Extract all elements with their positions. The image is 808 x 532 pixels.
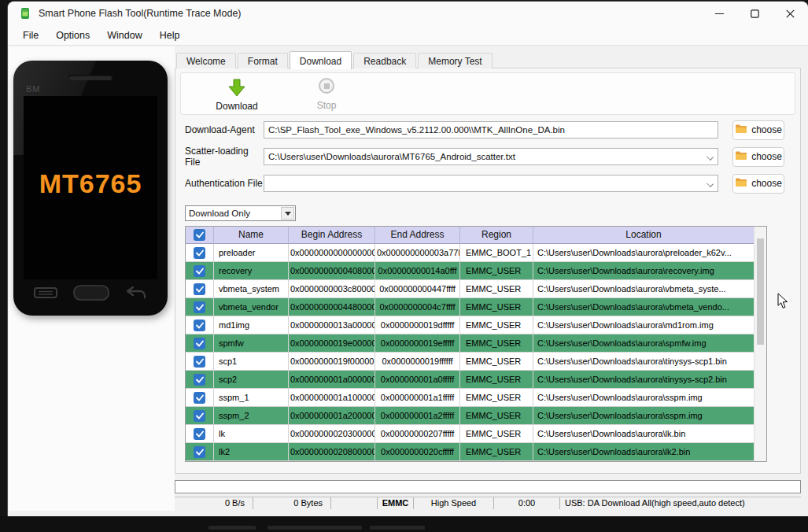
tab-memory-test[interactable]: Memory Test bbox=[418, 53, 492, 68]
row-checkbox[interactable] bbox=[194, 392, 205, 404]
auth-file-choose-button[interactable]: choose bbox=[732, 174, 784, 194]
region-cell: EMMC_USER bbox=[460, 353, 533, 371]
row-checkbox-cell[interactable] bbox=[186, 334, 214, 353]
row-checkbox[interactable] bbox=[194, 338, 205, 349]
end-address-cell: 0x0000000019efffff bbox=[375, 334, 460, 353]
chevron-down-icon[interactable] bbox=[707, 154, 714, 161]
column-header-region[interactable]: Region bbox=[460, 227, 533, 244]
row-checkbox-cell[interactable] bbox=[186, 371, 214, 389]
select-all-checkbox[interactable] bbox=[194, 229, 205, 241]
tab-download[interactable]: Download bbox=[290, 51, 352, 69]
region-cell: EMMC_USER bbox=[460, 425, 533, 443]
table-row[interactable]: vbmeta_vendor 0x0000000004480000 0x00000… bbox=[186, 298, 754, 316]
row-checkbox-cell[interactable] bbox=[186, 298, 214, 316]
location-cell: C:\Users\user\Downloads\aurora\lk2.bin bbox=[533, 443, 754, 461]
download-arrow-icon bbox=[227, 78, 246, 101]
phone-nav-buttons bbox=[13, 284, 168, 305]
row-checkbox[interactable] bbox=[194, 374, 205, 386]
partition-name-cell: lk bbox=[214, 425, 289, 443]
menu-item-file[interactable]: File bbox=[14, 27, 47, 44]
row-checkbox[interactable] bbox=[194, 356, 205, 368]
row-checkbox[interactable] bbox=[194, 247, 205, 259]
table-row[interactable]: sspm_2 0x000000001a200000 0x000000001a2f… bbox=[186, 407, 754, 425]
download-agent-input[interactable]: C:\SP_Flash_Tool_exe_Windows_v5.2112.00.… bbox=[264, 121, 718, 139]
scatter-file-row: Scatter-loading File C:\Users\user\Downl… bbox=[185, 147, 784, 166]
choose-button-label: choose bbox=[751, 151, 782, 162]
table-row[interactable]: spmfw 0x0000000019e00000 0x0000000019eff… bbox=[186, 334, 754, 353]
scatter-file-choose-button[interactable]: choose bbox=[732, 147, 784, 167]
row-checkbox-cell[interactable] bbox=[186, 407, 214, 425]
table-row[interactable]: preloader 0x0000000000000000 0x000000000… bbox=[186, 244, 754, 262]
row-checkbox-cell[interactable] bbox=[186, 425, 214, 443]
mouse-cursor bbox=[777, 293, 788, 312]
row-checkbox-cell[interactable] bbox=[186, 443, 214, 461]
app-window: Smart Phone Flash Tool(Runtime Trace Mod… bbox=[8, 2, 808, 516]
menu-item-help[interactable]: Help bbox=[151, 27, 189, 44]
download-mode-select[interactable]: Download Only bbox=[185, 205, 296, 221]
table-scrollbar[interactable] bbox=[754, 227, 766, 461]
close-button[interactable] bbox=[773, 2, 808, 25]
menu-item-window[interactable]: Window bbox=[98, 27, 150, 44]
column-header-begin[interactable]: Begin Address bbox=[289, 227, 375, 244]
tab-welcome[interactable]: Welcome bbox=[176, 53, 236, 68]
begin-address-cell: 0x0000000004480000 bbox=[289, 298, 375, 316]
row-checkbox-cell[interactable] bbox=[186, 389, 214, 407]
table-row[interactable]: scp1 0x0000000019f00000 0x0000000019ffff… bbox=[186, 353, 754, 371]
begin-address-cell: 0x0000000013a00000 bbox=[289, 316, 375, 334]
auth-file-combobox[interactable] bbox=[264, 175, 718, 192]
menu-item-options[interactable]: Options bbox=[47, 27, 98, 44]
scrollbar-thumb[interactable] bbox=[757, 238, 764, 345]
table-row[interactable]: lk 0x0000000020300000 0x00000000207fffff… bbox=[186, 425, 754, 443]
dropdown-arrow-icon[interactable] bbox=[281, 207, 294, 220]
select-all-checkbox-cell[interactable] bbox=[186, 227, 214, 244]
table-row[interactable]: md1img 0x0000000013a00000 0x0000000019df… bbox=[186, 316, 754, 334]
column-header-end[interactable]: End Address bbox=[375, 227, 460, 244]
column-header-location[interactable]: Location bbox=[533, 227, 754, 244]
row-checkbox-cell[interactable] bbox=[186, 244, 214, 262]
title-bar: Smart Phone Flash Tool(Runtime Trace Mod… bbox=[8, 2, 808, 25]
column-header-name[interactable]: Name bbox=[214, 227, 289, 244]
region-cell: EMMC_USER bbox=[460, 371, 533, 389]
download-button[interactable]: Download bbox=[203, 78, 271, 111]
row-checkbox[interactable] bbox=[194, 410, 205, 422]
location-cell: C:\Users\user\Downloads\aurora\tinysys-s… bbox=[533, 353, 754, 371]
chevron-down-icon[interactable] bbox=[707, 181, 714, 187]
region-cell: EMMC_USER bbox=[460, 316, 533, 334]
row-checkbox-cell[interactable] bbox=[186, 316, 214, 334]
row-checkbox-cell[interactable] bbox=[186, 353, 214, 371]
download-agent-choose-button[interactable]: choose bbox=[732, 120, 784, 140]
phone-back-icon bbox=[125, 286, 147, 303]
tab-format[interactable]: Format bbox=[238, 53, 288, 68]
folder-icon bbox=[735, 124, 747, 136]
row-checkbox[interactable] bbox=[194, 301, 205, 313]
table-row[interactable]: scp2 0x000000001a000000 0x000000001a0fff… bbox=[186, 371, 754, 389]
chipset-label: MT6765 bbox=[24, 168, 157, 199]
row-checkbox[interactable] bbox=[194, 320, 205, 331]
table-row[interactable]: sspm_1 0x000000001a100000 0x000000001a1f… bbox=[186, 389, 754, 407]
row-checkbox[interactable] bbox=[194, 265, 205, 277]
taskbar-item bbox=[370, 526, 425, 530]
row-checkbox[interactable] bbox=[194, 283, 205, 295]
begin-address-cell: 0x0000000000408000 bbox=[289, 262, 375, 280]
table-row[interactable]: recovery 0x0000000000408000 0x0000000001… bbox=[186, 262, 754, 280]
partition-name-cell: vbmeta_system bbox=[214, 280, 289, 298]
maximize-button[interactable] bbox=[737, 2, 773, 25]
region-cell: EMMC_USER bbox=[460, 407, 533, 425]
row-checkbox[interactable] bbox=[194, 446, 205, 458]
table-row[interactable]: vbmeta_system 0x0000000003c80000 0x00000… bbox=[186, 280, 754, 298]
begin-address-cell: 0x0000000020300000 bbox=[289, 425, 375, 443]
row-checkbox-cell[interactable] bbox=[186, 262, 214, 280]
location-cell: C:\Users\user\Downloads\aurora\sspm.img bbox=[533, 389, 754, 407]
scatter-file-combobox[interactable]: C:\Users\user\Downloads\aurora\MT6765_An… bbox=[264, 148, 718, 165]
row-checkbox-cell[interactable] bbox=[186, 280, 214, 298]
phone-screen: MT6765 bbox=[24, 96, 157, 279]
row-checkbox[interactable] bbox=[194, 428, 205, 440]
download-agent-label: Download-Agent bbox=[185, 124, 264, 135]
location-cell: C:\Users\user\Downloads\aurora\vbmeta_sy… bbox=[533, 280, 754, 298]
download-button-label: Download bbox=[216, 101, 257, 112]
minimize-button[interactable] bbox=[702, 2, 737, 25]
end-address-cell: 0x000000001a2fffff bbox=[375, 407, 460, 425]
stop-button[interactable]: Stop bbox=[293, 78, 360, 111]
tab-readback[interactable]: Readback bbox=[353, 53, 416, 68]
table-row[interactable]: lk2 0x0000000020800000 0x0000000020cffff… bbox=[186, 443, 754, 461]
